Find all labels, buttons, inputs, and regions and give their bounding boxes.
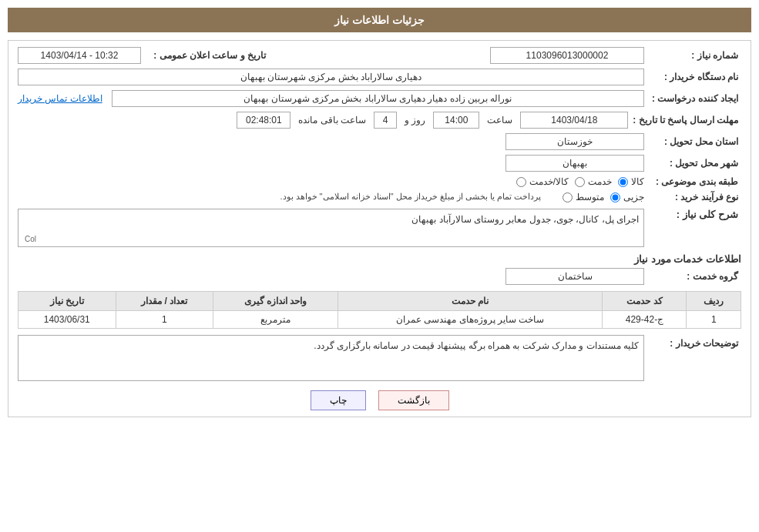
buyer-label: نام دستگاه خریدار : (649, 72, 741, 82)
services-table-section: ردیف کد حدمت نام حدمت واحد اندازه گیری ت… (18, 291, 741, 329)
category-goods-service-label: کالا/خدمت (529, 176, 569, 187)
reply-days-label: روز و (405, 115, 425, 125)
cell-name: ساخت سایر پروژه‌های مهندسی عمران (338, 311, 603, 329)
contact-link[interactable]: اطلاعات تماس خریدار (18, 93, 102, 104)
col-header-row: ردیف (687, 292, 741, 311)
reply-time: 14:00 (433, 112, 479, 129)
process-medium-radio[interactable] (563, 192, 573, 202)
buyer-notes-label: توضیحات خریدار : (649, 335, 741, 349)
need-number-value: 1103096013000002 (490, 47, 644, 64)
need-description-text: اجرای پل، کانال، جوی، جدول معابر روستای … (23, 214, 639, 225)
city-value: بهبهان (505, 155, 644, 172)
cell-quantity: 1 (116, 311, 213, 329)
province-label: استان محل تحویل : (649, 136, 741, 147)
need-number-label: شماره نیاز : (649, 50, 741, 61)
col-header-quantity: تعداد / مقدار (116, 292, 213, 311)
col-header-name: نام حدمت (338, 292, 603, 311)
col-header-unit: واحد اندازه گیری (213, 292, 338, 311)
need-description-label: شرح کلی نیاز : (649, 209, 741, 220)
reply-date: 1403/04/18 (520, 112, 628, 129)
services-section-label: اطلاعات خدمات مورد نیاز (18, 253, 741, 265)
process-partial-radio[interactable] (610, 192, 620, 202)
col-header-code: کد حدمت (603, 292, 687, 311)
public-notice-label: تاریخ و ساعت اعلان عمومی : (146, 50, 269, 61)
button-row: بازگشت چاپ (18, 390, 741, 410)
remaining-time: 02:48:01 (237, 112, 291, 129)
process-medium-label: متوسط (576, 192, 604, 202)
cell-unit: مترمربع (213, 311, 338, 329)
col-indicator: Col (22, 233, 39, 245)
category-label: طبقه بندی موضوعی : (649, 176, 741, 187)
reply-deadline-label: مهلت ارسال پاسخ تا تاریخ : (633, 115, 741, 125)
back-button[interactable]: بازگشت (378, 390, 449, 410)
service-group-value: ساختمان (505, 268, 644, 285)
remaining-label: ساعت باقی مانده (298, 115, 366, 125)
process-type-label: نوع فرآیند خرید : (649, 192, 741, 202)
category-service-label: خدمت (588, 176, 612, 187)
category-goods-radio[interactable] (618, 177, 628, 187)
table-row: 1ج-42-429ساخت سایر پروژه‌های مهندسی عمرا… (18, 311, 741, 329)
print-button[interactable]: چاپ (311, 390, 366, 410)
buyer-notes-text: کلیه مستندات و مدارک شرکت به همراه برگه … (314, 340, 639, 351)
category-service-radio[interactable] (575, 177, 585, 187)
process-partial-label: جزیی (623, 192, 644, 202)
services-table: ردیف کد حدمت نام حدمت واحد اندازه گیری ت… (18, 291, 741, 329)
reply-days: 4 (374, 112, 397, 129)
city-label: شهر محل تحویل : (649, 158, 741, 169)
category-goods-service-radio[interactable] (516, 177, 526, 187)
creator-label: ایجاد کننده درخواست : (649, 93, 741, 104)
cell-date: 1403/06/31 (18, 311, 116, 329)
category-radio-group: کالا/خدمت خدمت کالا (516, 176, 644, 187)
process-note: پرداخت تمام یا بخشی از مبلغ خریداز محل "… (18, 192, 541, 202)
col-header-date: تاریخ نیاز (18, 292, 116, 311)
buyer-notes-section: توضیحات خریدار : کلیه مستندات و مدارک شر… (18, 335, 741, 381)
page-title: جزئیات اطلاعات نیاز (8, 8, 751, 32)
cell-code: ج-42-429 (603, 311, 687, 329)
public-notice-value: 1403/04/14 - 10:32 (18, 47, 141, 64)
service-group-label: گروه خدمت : (649, 271, 741, 282)
cell-row: 1 (687, 311, 741, 329)
buyer-value: دهیاری سالاراباد بخش مرکزی شهرستان بهبها… (18, 69, 644, 85)
reply-time-label: ساعت (487, 115, 512, 125)
category-goods-label: کالا (631, 176, 644, 187)
creator-value: نوراله بربین زاده دهیار دهیاری سالاراباد… (112, 90, 644, 107)
province-value: خوزستان (505, 133, 644, 150)
